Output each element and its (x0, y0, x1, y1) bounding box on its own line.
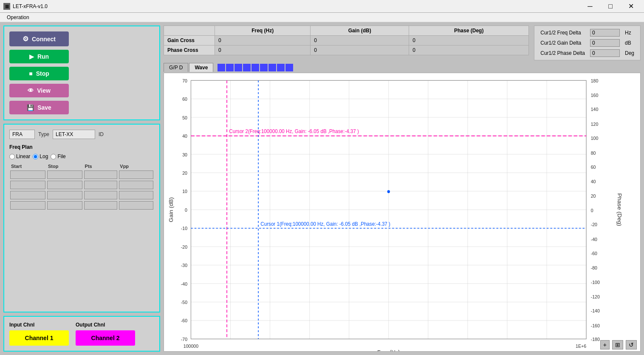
svg-text:-40: -40 (591, 236, 597, 241)
cursor-icon[interactable]: ↺ (626, 340, 637, 349)
view-button[interactable]: 👁 View (9, 84, 69, 97)
pts-input-1[interactable] (84, 170, 118, 179)
vpp-input-4[interactable] (119, 201, 153, 210)
chart-container[interactable]: Cursor 2(Freq:100000.00 Hz, Gain: -6.05 … (164, 73, 641, 352)
table-row (9, 190, 154, 200)
col-empty (164, 26, 215, 36)
svg-text:-70: -70 (181, 337, 187, 342)
menu-item-operation[interactable]: Operation (3, 14, 33, 21)
stop-input-1[interactable] (47, 170, 82, 179)
svg-text:60: 60 (591, 164, 596, 169)
gain-cross-row: Gain Cross 0 0 0 (164, 36, 529, 45)
svg-text:Cursor 1(Freq:100000.00 Hz, Ga: Cursor 1(Freq:100000.00 Hz, Gain: -6.05 … (260, 221, 390, 227)
indicator-cell-5 (251, 64, 259, 71)
svg-text:100000: 100000 (184, 344, 198, 349)
svg-rect-0 (164, 73, 640, 351)
menubar: Operation (0, 13, 644, 22)
delta-gain-label: Cur1/2 Gain Delta (538, 38, 588, 48)
input-channel-button[interactable]: Channel 1 (9, 330, 69, 346)
chart-toolbar: + ⊞ ↺ (600, 340, 637, 349)
radio-file[interactable]: File (51, 153, 65, 159)
start-input-3[interactable] (10, 191, 45, 199)
tab-wave[interactable]: Wave (189, 63, 213, 72)
config-section: Type ID Freq Plan Linear Log File (3, 124, 160, 312)
col-phase-deg: Phase (Deg) (409, 26, 529, 36)
svg-text:20: 20 (182, 170, 187, 176)
phase-cross-row: Phase Cross 0 0 0 (164, 45, 529, 55)
stop-icon: ■ (29, 70, 32, 77)
delta-freq-unit: Hz (622, 28, 637, 38)
gain-cross-phase: 0 (409, 36, 529, 45)
vpp-input-3[interactable] (119, 191, 153, 199)
zoom-in-button[interactable]: + (600, 340, 610, 349)
vpp-input-2[interactable] (119, 181, 153, 189)
delta-phase-label: Cur1/2 Phase Delta (538, 48, 588, 58)
right-panel: Freq (Hz) Gain (dB) Phase (Deg) Gain Cro… (164, 22, 644, 355)
svg-text:60: 60 (182, 97, 187, 102)
minimize-button[interactable]: ─ (580, 0, 600, 13)
tab-indicator (217, 64, 293, 71)
cross-data-table: Freq (Hz) Gain (dB) Phase (Deg) Gain Cro… (164, 26, 529, 55)
type-label: Type (38, 131, 49, 137)
start-input-4[interactable] (10, 201, 45, 210)
input-channel-label: Input Chnl (9, 322, 69, 328)
indicator-cell-1 (217, 64, 225, 71)
start-input-2[interactable] (10, 181, 45, 189)
radio-linear[interactable]: Linear (9, 153, 30, 159)
run-button[interactable]: ▶ Run (9, 50, 69, 63)
indicator-cell-6 (260, 64, 268, 71)
freq-plan-label: Freq Plan (9, 144, 154, 150)
channel-section: Input Chnl Channel 1 Output Chnl Channel… (3, 316, 160, 352)
save-button[interactable]: 💾 Save (9, 101, 69, 114)
vpp-input-1[interactable] (119, 170, 153, 179)
zoom-fit-button[interactable]: ⊞ (612, 340, 623, 349)
type-input[interactable] (9, 130, 35, 139)
stop-input-2[interactable] (47, 181, 82, 189)
stop-input-3[interactable] (47, 191, 82, 199)
indicator-cell-2 (226, 64, 234, 71)
start-input-1[interactable] (10, 170, 45, 179)
gear-icon: ⚙ (23, 35, 28, 43)
control-buttons: ⚙ Connect ▶ Run ■ Stop 👁 View 💾 Save (3, 26, 160, 120)
delta-freq-label: Cur1/2 Freq Delta (538, 28, 588, 38)
output-channel-label: Output Chnl (76, 322, 135, 328)
svg-text:-10: -10 (181, 226, 187, 231)
svg-text:Cursor 2(Freq:100000.00 Hz, Ga: Cursor 2(Freq:100000.00 Hz, Gain: -6.05 … (229, 128, 359, 135)
delta-gain-input[interactable] (590, 39, 620, 47)
main-container: ⚙ Connect ▶ Run ■ Stop 👁 View 💾 Save (0, 22, 644, 355)
delta-phase-input[interactable] (590, 49, 620, 57)
svg-text:-40: -40 (181, 281, 187, 286)
pts-input-2[interactable] (84, 181, 118, 189)
close-button[interactable]: ✕ (621, 0, 641, 13)
svg-text:-160: -160 (591, 323, 600, 328)
pts-input-4[interactable] (84, 201, 118, 210)
phase-cross-gain: 0 (311, 45, 409, 55)
stop-input-4[interactable] (47, 201, 82, 210)
phase-cross-phase: 0 (409, 45, 529, 55)
tab-gpd[interactable]: G/P D (164, 63, 188, 72)
output-channel-button[interactable]: Channel 2 (76, 330, 135, 346)
svg-text:120: 120 (591, 122, 599, 127)
delta-freq-row: Cur1/2 Freq Delta Hz (538, 28, 637, 38)
indicator-cell-7 (268, 64, 276, 71)
connect-button[interactable]: ⚙ Connect (9, 31, 69, 46)
id-input[interactable] (53, 130, 95, 139)
svg-text:180: 180 (591, 78, 599, 83)
titlebar: ▦ LET-xFRA-v1.0 ─ □ ✕ (0, 0, 644, 13)
svg-text:-100: -100 (591, 279, 600, 284)
maximize-button[interactable]: □ (601, 0, 620, 13)
radio-log[interactable]: Log (33, 153, 48, 159)
stop-button[interactable]: ■ Stop (9, 67, 69, 80)
svg-text:30: 30 (182, 152, 187, 157)
svg-text:50: 50 (182, 115, 187, 120)
channel-row: Input Chnl Channel 1 Output Chnl Channel… (9, 322, 154, 346)
id-label: ID (99, 131, 104, 137)
delta-freq-input[interactable] (590, 29, 620, 37)
svg-text:-120: -120 (591, 294, 600, 299)
pts-input-3[interactable] (84, 191, 118, 199)
indicator-cell-9 (285, 64, 293, 71)
titlebar-left: ▦ LET-xFRA-v1.0 (3, 3, 48, 10)
col-gain-db: Gain (dB) (311, 26, 409, 36)
app-icon: ▦ (3, 3, 10, 10)
top-info: Freq (Hz) Gain (dB) Phase (Deg) Gain Cro… (164, 26, 641, 60)
